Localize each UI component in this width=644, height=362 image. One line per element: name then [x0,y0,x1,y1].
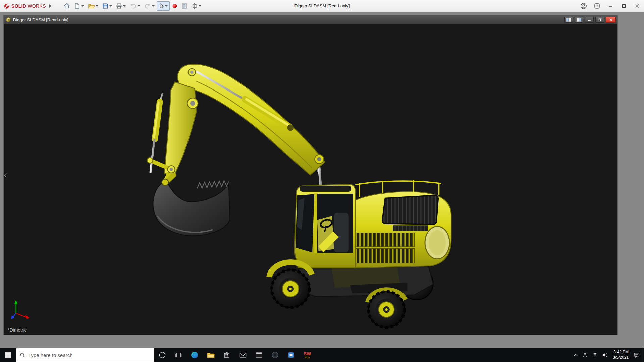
bucket-teeth [197,181,229,188]
front-left-wheel[interactable] [272,270,309,308]
side-vent-lower[interactable] [347,248,414,263]
view-orientation-label: *Dimetric [8,327,27,333]
dropdown-caret-icon[interactable] [199,5,201,7]
minimize-icon [608,4,612,8]
solidworks-app-icon: SW 2021 [304,351,311,359]
start-button[interactable] [0,348,16,362]
brand-text-light: WORKS [28,3,46,9]
edge-button[interactable] [186,348,203,362]
undo-icon [130,3,137,9]
excavator-cab[interactable] [294,184,355,268]
store-button[interactable] [219,348,235,362]
action-center-button[interactable] [631,348,642,362]
record-button[interactable] [170,2,179,10]
tray-expand-button[interactable] [571,348,580,362]
open-button[interactable] [86,2,100,10]
solidworks-app-label: SW [304,351,311,356]
chevron-left-icon [4,173,7,178]
upper-body[interactable] [347,180,451,268]
dropdown-caret-icon[interactable] [109,5,112,7]
menu-expand-arrow-icon[interactable] [49,4,51,8]
solidworks-menu-button[interactable]: SOLIDWORKS [0,3,53,9]
file-explorer-button[interactable] [203,348,219,362]
windows-taskbar: SW 2021 [0,348,644,362]
pane-left-button[interactable] [564,17,573,23]
dropdown-caret-icon[interactable] [152,5,155,7]
tray-network-button[interactable] [590,348,600,362]
featuremanager-collapsed-tab[interactable] [4,170,7,180]
taskbar-search[interactable] [16,348,154,362]
doc-minimize-icon [587,18,591,21]
assembly-cube-icon [6,17,11,22]
taskbar-clock[interactable]: 3:42 PM 3/5/2021 [610,350,631,360]
app-titlebar: SOLIDWORKS [0,0,644,12]
network-wifi-icon [592,353,598,357]
cortana-icon [159,351,166,359]
task-view-button[interactable] [170,348,186,362]
home-button[interactable] [62,1,72,10]
clock-time: 3:42 PM [613,350,629,355]
account-icon [580,3,587,9]
chevron-up-icon [574,354,578,356]
dark-app-icon [271,351,279,359]
dark-app-button[interactable] [267,348,283,362]
excavator-stick[interactable] [164,82,198,176]
save-button[interactable] [101,2,114,10]
select-tool-button[interactable] [157,1,170,11]
rear-left-wheel[interactable] [368,292,405,327]
blue-app-button[interactable] [283,348,299,362]
engine-hatch[interactable] [393,226,428,231]
document-titlebar[interactable]: Digger.SLDASM [Read-only] [4,15,617,24]
tray-people-button[interactable] [580,348,590,362]
pane-right-button[interactable] [575,17,583,23]
account-button[interactable] [577,0,590,12]
side-vent-upper[interactable] [347,233,414,247]
mail-button[interactable] [235,348,251,362]
excavator-model[interactable] [4,24,617,335]
volume-icon [602,353,608,357]
record-icon [172,3,177,9]
dropdown-caret-icon[interactable] [81,5,84,7]
open-folder-icon [88,3,95,9]
boom-cylinder[interactable] [196,71,294,131]
document-window: Digger.SLDASM [Read-only] [3,15,618,335]
search-input[interactable] [28,352,139,358]
print-button[interactable] [114,2,127,10]
search-icon [20,352,25,358]
svg-text:?: ? [596,4,598,8]
solidworks-taskbar-button[interactable]: SW 2021 [299,348,315,362]
dropdown-caret-icon[interactable] [138,5,140,7]
doc-minimize-button[interactable] [585,17,594,23]
engine-grille[interactable] [382,195,438,224]
clock-date: 3/5/2021 [613,355,629,360]
close-button[interactable] [631,0,644,12]
doc-restore-button[interactable] [595,17,604,23]
new-document-button[interactable] [72,2,86,10]
excavator-boom[interactable] [177,64,325,175]
minimize-button[interactable] [604,0,617,12]
dropdown-caret-icon[interactable] [96,5,98,7]
undo-button[interactable] [128,2,142,10]
graphics-viewport[interactable]: *Dimetric [4,24,617,335]
document-properties-icon [181,3,187,9]
redo-button[interactable] [143,2,156,10]
cortana-button[interactable] [154,348,170,362]
maximize-button[interactable] [617,0,631,12]
document-properties-button[interactable] [180,2,189,10]
show-desktop-button[interactable] [642,348,644,362]
windows-logo-icon [5,352,11,358]
tray-volume-button[interactable] [600,348,610,362]
terminal-button[interactable] [251,348,267,362]
close-icon [635,4,639,8]
file-explorer-icon [207,352,215,358]
help-button[interactable]: ? [590,0,604,12]
terminal-icon [256,352,262,358]
dropdown-caret-icon[interactable] [123,5,126,7]
redo-icon [144,3,151,9]
options-button[interactable] [190,2,203,10]
system-tray: 3:42 PM 3/5/2021 [571,348,644,362]
store-icon [223,352,230,358]
doc-close-button[interactable] [606,17,616,23]
dropdown-caret-icon[interactable] [165,5,168,7]
excavator-bucket[interactable] [153,179,230,236]
